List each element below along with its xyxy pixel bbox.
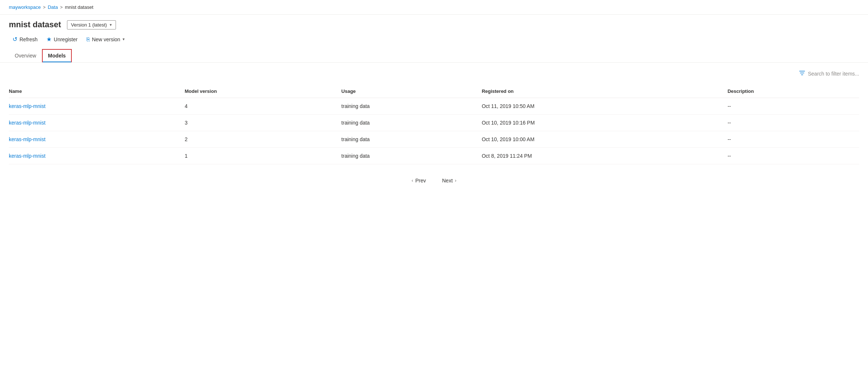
unregister-button[interactable]: ★ Unregister <box>43 34 81 45</box>
col-usage: Usage <box>341 85 481 98</box>
row-model-version-1: 3 <box>185 115 342 131</box>
row-description-0: -- <box>727 98 859 115</box>
row-name-2[interactable]: keras-mlp-mnist <box>9 131 185 148</box>
page-title: mnist dataset <box>9 20 61 29</box>
chevron-down-icon: ▾ <box>110 22 112 27</box>
breadcrumb-sep2: > <box>60 5 63 10</box>
row-description-3: -- <box>727 148 859 164</box>
breadcrumb-sep1: > <box>43 5 46 10</box>
row-description-2: -- <box>727 131 859 148</box>
row-registered-on-3: Oct 8, 2019 11:24 PM <box>482 148 728 164</box>
page-header: mnist dataset Version 1 (latest) ▾ ↺ Ref… <box>0 15 868 49</box>
row-registered-on-0: Oct 11, 2019 10:50 AM <box>482 98 728 115</box>
tab-models[interactable]: Models <box>42 49 71 62</box>
table-row: keras-mlp-mnist 1 training data Oct 8, 2… <box>9 148 859 164</box>
col-description: Description <box>727 85 859 98</box>
refresh-label: Refresh <box>20 36 38 42</box>
col-name: Name <box>9 85 185 98</box>
row-usage-2: training data <box>341 131 481 148</box>
tabs-container: Overview Models <box>0 49 868 63</box>
row-usage-1: training data <box>341 115 481 131</box>
next-arrow-icon: › <box>455 178 456 183</box>
breadcrumb-workspace[interactable]: mayworkspace <box>9 4 41 10</box>
breadcrumb: mayworkspace > Data > mnist dataset <box>0 0 868 15</box>
row-usage-0: training data <box>341 98 481 115</box>
row-registered-on-1: Oct 10, 2019 10:16 PM <box>482 115 728 131</box>
version-selector[interactable]: Version 1 (latest) ▾ <box>67 20 116 29</box>
new-version-chevron-icon: ▾ <box>123 37 125 42</box>
row-name-1[interactable]: keras-mlp-mnist <box>9 115 185 131</box>
new-version-label: New version <box>92 36 120 42</box>
row-description-1: -- <box>727 115 859 131</box>
unregister-label: Unregister <box>54 36 78 42</box>
row-usage-3: training data <box>341 148 481 164</box>
next-button[interactable]: Next › <box>438 175 460 186</box>
version-label: Version 1 (latest) <box>71 22 107 28</box>
row-registered-on-2: Oct 10, 2019 10:00 AM <box>482 131 728 148</box>
row-model-version-0: 4 <box>185 98 342 115</box>
search-placeholder: Search to filter items... <box>808 71 859 77</box>
new-version-icon: ⎘ <box>87 36 90 42</box>
new-version-button[interactable]: ⎘ New version ▾ <box>83 34 128 44</box>
prev-button[interactable]: ‹ Prev <box>408 175 430 186</box>
models-table: Name Model version Usage Registered on D… <box>9 85 859 164</box>
breadcrumb-data[interactable]: Data <box>48 4 58 10</box>
col-registered-on: Registered on <box>482 85 728 98</box>
tab-overview[interactable]: Overview <box>9 49 42 62</box>
table-row: keras-mlp-mnist 2 training data Oct 10, … <box>9 131 859 148</box>
filter-icon <box>799 70 805 77</box>
row-name-3[interactable]: keras-mlp-mnist <box>9 148 185 164</box>
refresh-icon: ↺ <box>13 36 17 43</box>
main-content: Search to filter items... Name Model ver… <box>0 63 868 200</box>
table-row: keras-mlp-mnist 3 training data Oct 10, … <box>9 115 859 131</box>
toolbar: ↺ Refresh ★ Unregister ⎘ New version ▾ <box>9 34 859 49</box>
row-model-version-2: 2 <box>185 131 342 148</box>
prev-label: Prev <box>415 178 426 184</box>
refresh-button[interactable]: ↺ Refresh <box>9 34 41 45</box>
row-name-0[interactable]: keras-mlp-mnist <box>9 98 185 115</box>
row-model-version-3: 1 <box>185 148 342 164</box>
col-model-version: Model version <box>185 85 342 98</box>
prev-arrow-icon: ‹ <box>412 178 413 183</box>
breadcrumb-current: mnist dataset <box>65 4 93 10</box>
table-row: keras-mlp-mnist 4 training data Oct 11, … <box>9 98 859 115</box>
next-label: Next <box>442 178 453 184</box>
star-icon: ★ <box>46 36 52 43</box>
search-bar: Search to filter items... <box>9 70 859 77</box>
search-filter-wrap[interactable]: Search to filter items... <box>799 70 859 77</box>
pagination: ‹ Prev Next › <box>9 175 859 193</box>
